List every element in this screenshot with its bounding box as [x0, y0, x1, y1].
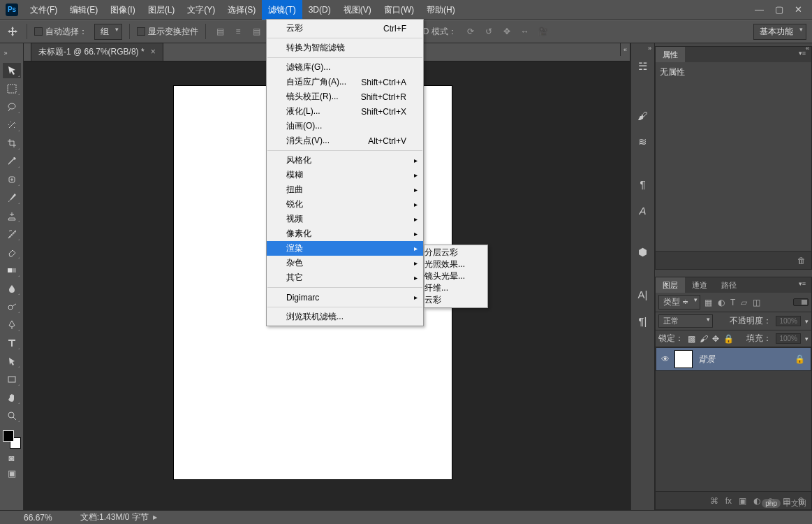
blur-tool[interactable] [3, 281, 21, 296]
pen-tool[interactable] [3, 317, 21, 333]
align-top-icon[interactable]: ▤ [213, 24, 227, 38]
color-swatch[interactable] [3, 430, 21, 449]
render-fibers[interactable]: 纤维... [425, 282, 487, 294]
char-styles-icon[interactable]: A| [634, 285, 652, 303]
gradient-tool[interactable] [3, 263, 21, 278]
layer-row[interactable]: 👁 背景 🔒 [656, 347, 811, 371]
lock-transparent-icon[interactable]: ▩ [688, 334, 695, 344]
brush-settings-icon[interactable]: ≋ [634, 133, 652, 151]
slide-3d-icon[interactable]: ↔ [518, 24, 532, 38]
doc-expander[interactable]: « [620, 43, 630, 56]
filter-other[interactable]: 其它 [267, 270, 423, 285]
type-tool[interactable] [3, 335, 21, 351]
brush-presets-icon[interactable]: 🖌 [634, 106, 652, 124]
auto-select-target-combo[interactable]: 组 [94, 24, 122, 40]
panels-expander[interactable]: « [806, 45, 809, 52]
filter-noise[interactable]: 杂色 [267, 256, 423, 270]
path-selection-tool[interactable] [3, 354, 21, 369]
paths-tab[interactable]: 路径 [714, 277, 744, 293]
marquee-tool[interactable] [3, 81, 21, 96]
fill-field[interactable]: 100% [776, 333, 801, 344]
lock-pixels-icon[interactable]: 🖌 [700, 334, 708, 344]
filter-shape-icon[interactable]: ▱ [741, 298, 747, 307]
auto-select-checkbox[interactable]: 自动选择： [34, 26, 87, 38]
filter-adaptive-wide-angle[interactable]: 自适应广角(A)...Shift+Ctrl+A [267, 75, 423, 89]
menu-view[interactable]: 视图(V) [337, 0, 378, 20]
zoom-3d-icon[interactable]: 🎥 [536, 24, 550, 38]
opacity-field[interactable]: 100% [776, 316, 801, 326]
filter-convert-smart[interactable]: 转换为智能滤镜 [267, 41, 423, 55]
menu-image[interactable]: 图像(I) [104, 0, 141, 20]
brush-tool[interactable] [3, 190, 21, 205]
filter-digimarc[interactable]: Digimarc [267, 290, 423, 305]
minimize-button[interactable]: — [755, 4, 764, 15]
filter-blur[interactable]: 模糊 [267, 168, 423, 182]
filter-stylize[interactable]: 风格化 [267, 153, 423, 168]
adjustment-layer-icon[interactable]: ◐ [753, 496, 760, 506]
screen-mode-button[interactable]: ▣ [5, 467, 19, 479]
workspace-combo[interactable]: 基本功能 [753, 24, 806, 40]
strip-expander[interactable]: » [648, 45, 651, 52]
filter-pixelate[interactable]: 像素化 [267, 226, 423, 241]
eraser-tool[interactable] [3, 245, 21, 260]
chevron-right-icon[interactable]: ▶ [153, 514, 157, 521]
render-clouds[interactable]: 云彩 [425, 294, 487, 306]
layer-mask-icon[interactable]: ▣ [739, 496, 746, 506]
layer-thumbnail[interactable] [674, 350, 693, 368]
history-brush-tool[interactable] [3, 226, 21, 242]
menu-edit[interactable]: 编辑(E) [64, 0, 104, 20]
3d-panel-icon[interactable]: ⬢ [634, 243, 652, 261]
eyedropper-tool[interactable] [3, 154, 21, 169]
show-transform-checkbox[interactable]: 显示变换控件 [137, 26, 198, 38]
filter-browse-online[interactable]: 浏览联机滤镜... [267, 310, 423, 324]
filter-adjust-icon[interactable]: ◐ [718, 298, 725, 307]
menu-window[interactable]: 窗口(W) [378, 0, 420, 20]
trash-icon[interactable]: 🗑 [797, 256, 806, 265]
filter-render[interactable]: 渲染 [267, 241, 423, 256]
tool-panel-expander[interactable]: » [1, 48, 10, 59]
quick-mask-button[interactable]: ◙ [5, 451, 19, 464]
paragraph-panel-icon[interactable]: ¶ [634, 175, 652, 193]
layers-tab[interactable]: 图层 [656, 277, 685, 293]
menu-3d[interactable]: 3D(D) [302, 0, 337, 20]
panel-menu-icon[interactable]: ▾≡ [793, 277, 811, 293]
filter-lens-correction[interactable]: 镜头校正(R)...Shift+Ctrl+R [267, 89, 423, 104]
align-bottom-icon[interactable]: ▤ [249, 24, 263, 38]
hand-tool[interactable] [3, 390, 21, 405]
lasso-tool[interactable] [3, 99, 21, 115]
move-tool[interactable] [3, 63, 21, 78]
properties-tab[interactable]: 属性 [656, 47, 685, 62]
pan-3d-icon[interactable]: ✥ [500, 24, 514, 38]
foreground-color[interactable] [3, 430, 14, 442]
close-icon[interactable]: × [151, 47, 156, 57]
crop-tool[interactable] [3, 136, 21, 151]
character-panel-icon[interactable]: A [634, 201, 652, 219]
menu-help[interactable]: 帮助(H) [420, 0, 462, 20]
filter-pixel-icon[interactable]: ▦ [704, 298, 712, 307]
history-panel-icon[interactable]: ☵ [634, 57, 652, 75]
render-difference-clouds[interactable]: 分层云彩 [425, 247, 487, 259]
zoom-tool[interactable] [3, 408, 21, 423]
move-tool-icon[interactable] [6, 24, 20, 38]
healing-brush-tool[interactable] [3, 172, 21, 187]
filter-toggle[interactable] [793, 298, 809, 306]
layer-name[interactable]: 背景 [698, 354, 715, 365]
roll-3d-icon[interactable]: ↺ [482, 24, 496, 38]
filter-smart-icon[interactable]: ◫ [753, 298, 760, 307]
link-layers-icon[interactable]: ⌘ [710, 496, 718, 506]
dodge-tool[interactable] [3, 299, 21, 314]
channels-tab[interactable]: 通道 [685, 277, 714, 293]
menu-type[interactable]: 文字(Y) [181, 0, 221, 20]
filter-gallery[interactable]: 滤镜库(G)... [267, 60, 423, 75]
menu-file[interactable]: 文件(F) [24, 0, 64, 20]
filter-distort[interactable]: 扭曲 [267, 182, 423, 197]
clone-stamp-tool[interactable] [3, 208, 21, 224]
layer-style-icon[interactable]: fx [725, 496, 732, 506]
layer-filter-kind[interactable]: 类型 ≑ [658, 295, 700, 310]
filter-type-icon[interactable]: T [730, 298, 735, 307]
blend-mode-combo[interactable]: 正常 [658, 314, 713, 328]
render-lens-flare[interactable]: 镜头光晕... [425, 270, 487, 282]
lock-all-icon[interactable]: 🔒 [723, 334, 734, 344]
align-vcenter-icon[interactable]: ≡ [231, 24, 245, 38]
zoom-level[interactable]: 66.67% [24, 513, 52, 523]
